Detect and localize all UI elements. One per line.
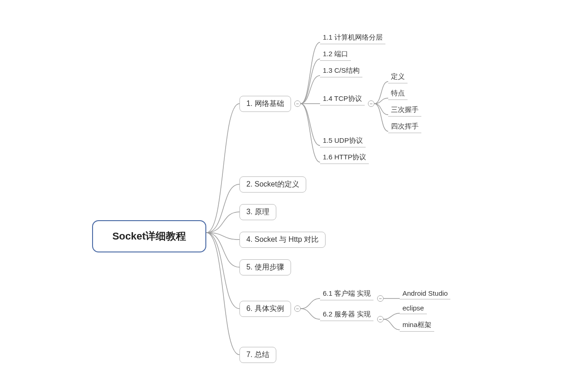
leaf-android-studio[interactable]: Android Studio xyxy=(400,288,450,299)
minus-icon: − xyxy=(296,101,299,106)
leaf-ports[interactable]: 1.2 端口 xyxy=(320,49,351,61)
minus-icon: − xyxy=(379,316,382,322)
node-socket-definition[interactable]: 2. Socket的定义 xyxy=(239,176,306,193)
leaf-tcp-features[interactable]: 特点 xyxy=(388,88,408,100)
leaf-http-protocol[interactable]: 1.6 HTTP协议 xyxy=(320,152,369,164)
minus-icon: − xyxy=(379,296,382,301)
leaf-label: 定义 xyxy=(391,72,405,81)
minus-icon: − xyxy=(296,306,299,311)
node-label: 7. 总结 xyxy=(246,350,269,360)
leaf-tcp-handshake[interactable]: 三次握手 xyxy=(388,105,421,117)
leaf-label: 四次挥手 xyxy=(391,122,419,131)
leaf-label: Android Studio xyxy=(402,289,448,297)
leaf-cs-architecture[interactable]: 1.3 C/S结构 xyxy=(320,65,362,77)
leaf-udp-protocol[interactable]: 1.5 UDP协议 xyxy=(320,135,366,147)
collapse-toggle-network-basics[interactable]: − xyxy=(294,100,301,107)
leaf-label: 1.6 HTTP协议 xyxy=(323,153,366,162)
leaf-label: 特点 xyxy=(391,89,405,98)
leaf-eclipse[interactable]: eclipse xyxy=(400,303,427,314)
leaf-label: eclipse xyxy=(402,304,424,312)
node-examples[interactable]: 6. 具体实例 xyxy=(239,301,291,317)
root-node[interactable]: Socket详细教程 xyxy=(92,220,206,252)
node-usage-steps[interactable]: 5. 使用步骤 xyxy=(239,259,291,275)
leaf-client-impl[interactable]: 6.1 客户端 实现 xyxy=(320,288,373,300)
root-label: Socket详细教程 xyxy=(112,229,186,243)
leaf-label: mina框架 xyxy=(402,321,431,329)
leaf-label: 6.1 客户端 实现 xyxy=(323,289,371,298)
collapse-toggle-examples[interactable]: − xyxy=(294,305,301,312)
node-label: 4. Socket 与 Http 对比 xyxy=(246,235,319,245)
node-socket-vs-http[interactable]: 4. Socket 与 Http 对比 xyxy=(239,232,326,248)
leaf-tcp-definition[interactable]: 定义 xyxy=(388,71,408,83)
leaf-label: 1.1 计算机网络分层 xyxy=(323,33,383,42)
node-summary[interactable]: 7. 总结 xyxy=(239,347,276,363)
node-label: 1. 网络基础 xyxy=(246,99,284,109)
node-label: 3. 原理 xyxy=(246,207,269,217)
leaf-label: 6.2 服务器 实现 xyxy=(323,310,371,319)
leaf-network-layers[interactable]: 1.1 计算机网络分层 xyxy=(320,32,385,44)
leaf-label: 1.3 C/S结构 xyxy=(323,66,360,75)
leaf-label: 1.2 端口 xyxy=(323,50,348,59)
node-label: 2. Socket的定义 xyxy=(246,180,299,189)
minus-icon: − xyxy=(370,101,373,106)
collapse-toggle-client-impl[interactable]: − xyxy=(377,295,384,302)
leaf-mina[interactable]: mina框架 xyxy=(400,320,434,332)
collapse-toggle-tcp[interactable]: − xyxy=(368,100,374,107)
node-label: 6. 具体实例 xyxy=(246,304,284,314)
leaf-label: 三次握手 xyxy=(391,105,419,114)
leaf-tcp-wave[interactable]: 四次挥手 xyxy=(388,121,421,133)
collapse-toggle-server-impl[interactable]: − xyxy=(377,316,384,322)
leaf-label: 1.4 TCP协议 xyxy=(323,94,362,103)
node-network-basics[interactable]: 1. 网络基础 xyxy=(239,96,291,112)
leaf-label: 1.5 UDP协议 xyxy=(323,136,363,145)
node-label: 5. 使用步骤 xyxy=(246,263,284,272)
connector-lines xyxy=(0,0,571,392)
leaf-tcp-protocol[interactable]: 1.4 TCP协议 xyxy=(320,94,365,105)
leaf-server-impl[interactable]: 6.2 服务器 实现 xyxy=(320,309,373,321)
node-principles[interactable]: 3. 原理 xyxy=(239,204,276,220)
